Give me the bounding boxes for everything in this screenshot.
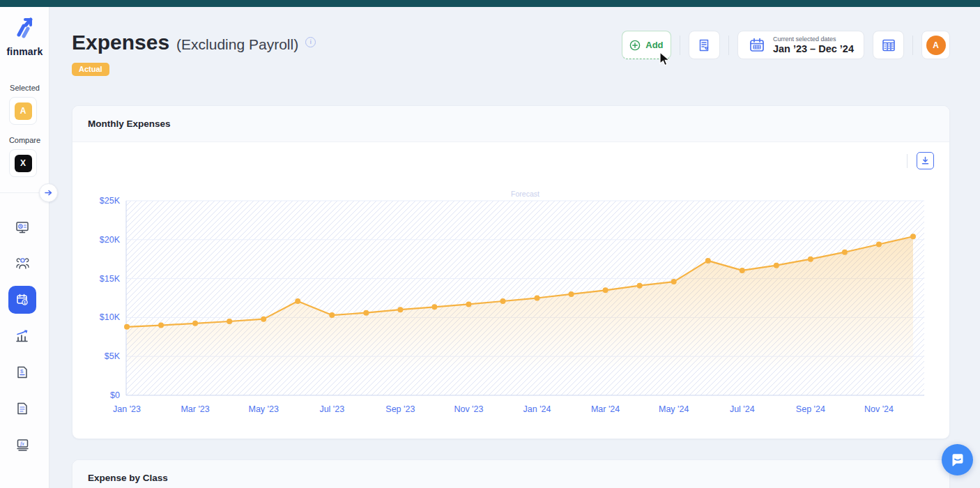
filter-lists-button[interactable] — [689, 31, 720, 59]
sidebar-item-expenses-active[interactable]: $ — [8, 286, 36, 314]
sidebar-expand-button[interactable] — [39, 183, 58, 202]
account-menu-button[interactable]: A — [921, 31, 950, 59]
date-range-caption: Current selected dates — [773, 36, 854, 43]
finmark-logo-icon — [13, 17, 37, 42]
filter-document-icon — [696, 38, 712, 53]
svg-text:Mar '23: Mar '23 — [181, 404, 209, 414]
monthly-expenses-title: Monthly Expenses — [88, 119, 171, 129]
selected-scenario-button[interactable]: A — [9, 97, 37, 125]
info-icon[interactable]: i — [305, 37, 316, 47]
expense-by-class-card: Expense by Class — [72, 459, 950, 488]
formula-board-icon: fx — [15, 437, 31, 452]
svg-text:May '24: May '24 — [659, 404, 689, 414]
chat-launcher-button[interactable] — [942, 444, 973, 475]
sidebar-item-revenue[interactable]: $ — [8, 358, 36, 386]
compare-label: Compare — [0, 136, 49, 144]
page-subtitle: (Excluding Payroll) — [176, 36, 298, 53]
add-button-label: Add — [645, 40, 663, 50]
svg-text:Sep '24: Sep '24 — [796, 404, 825, 414]
svg-text:$5K: $5K — [105, 351, 121, 361]
monthly-expenses-card: Monthly Expenses $0$5K$10K$15K$20K$25KFo… — [72, 105, 950, 439]
top-accent-bar — [0, 0, 980, 7]
compare-scenario-badge: X — [15, 155, 32, 172]
plus-circle-icon — [629, 40, 641, 51]
bar-chart-arrow-icon — [15, 328, 31, 344]
avatar: A — [926, 36, 946, 55]
svg-text:$15K: $15K — [100, 274, 121, 284]
sidebar-item-reports[interactable] — [8, 395, 36, 422]
svg-text:Nov '23: Nov '23 — [454, 404, 483, 414]
document-lines-icon — [15, 401, 30, 416]
scenario-badge: Actual — [72, 63, 109, 76]
svg-text:$25K: $25K — [100, 196, 121, 206]
arrow-right-icon — [44, 188, 53, 197]
monthly-expenses-chart[interactable]: $0$5K$10K$15K$20K$25KForecastJan '23Mar … — [72, 142, 950, 439]
add-button[interactable]: Add — [622, 31, 671, 59]
svg-text:Jan '24: Jan '24 — [523, 404, 551, 414]
svg-text:fx: fx — [20, 441, 24, 447]
svg-text:May '23: May '23 — [248, 404, 278, 414]
svg-text:$: $ — [20, 368, 24, 374]
svg-text:$0: $0 — [110, 390, 120, 400]
svg-text:Nov '24: Nov '24 — [864, 404, 894, 414]
toolbar-divider — [728, 36, 729, 55]
svg-text:Mar '24: Mar '24 — [591, 404, 620, 414]
table-view-button[interactable] — [873, 31, 904, 59]
table-columns-icon — [880, 37, 897, 54]
chat-bubble-icon — [950, 452, 965, 468]
toolbar: Add Current selected dates Jan ’23 – Dec… — [622, 31, 950, 59]
download-icon — [921, 156, 930, 165]
date-range-button[interactable]: Current selected dates Jan ’23 – Dec ’24 — [737, 31, 864, 59]
dashboard-monitor-icon — [15, 220, 30, 235]
sidebar-item-formulas[interactable]: fx — [8, 431, 36, 459]
brand-name: finmark — [0, 46, 49, 57]
svg-text:Jul '23: Jul '23 — [319, 404, 344, 414]
svg-text:$20K: $20K — [100, 235, 121, 245]
date-range-value: Jan ’23 – Dec ’24 — [773, 43, 854, 54]
sidebar-item-team[interactable] — [8, 250, 36, 277]
expense-by-class-title: Expense by Class — [88, 473, 168, 483]
sidebar: finmark Selected A Compare X — [0, 7, 49, 488]
toolbar-divider — [912, 36, 913, 55]
svg-text:Forecast: Forecast — [511, 190, 539, 198]
svg-text:$10K: $10K — [100, 312, 121, 322]
download-chart-button[interactable] — [917, 152, 934, 169]
brand-logo[interactable]: finmark — [0, 17, 49, 57]
sidebar-item-performance[interactable] — [8, 322, 36, 350]
selected-scenario-badge: A — [15, 102, 32, 120]
selected-label: Selected — [0, 84, 49, 92]
expenses-calendar-dollar-icon: $ — [14, 291, 31, 308]
svg-text:Sep '23: Sep '23 — [385, 404, 415, 414]
page-title: Expenses — [72, 31, 169, 54]
sidebar-item-dashboard[interactable] — [8, 213, 36, 241]
compare-scenario-button[interactable]: X — [9, 149, 37, 177]
page-header: Expenses (Excluding Payroll) i Actual — [72, 31, 316, 76]
svg-text:Jan '23: Jan '23 — [113, 404, 141, 414]
svg-text:Jul '24: Jul '24 — [730, 404, 755, 414]
document-dollar-icon: $ — [15, 365, 30, 380]
chart-actions — [907, 152, 934, 169]
calendar-icon — [748, 36, 766, 54]
team-people-icon — [15, 256, 31, 271]
toolbar-divider — [680, 36, 680, 55]
expense-by-class-card-header: Expense by Class — [72, 460, 949, 488]
monthly-expenses-card-header: Monthly Expenses — [72, 106, 949, 142]
chart-actions-divider — [907, 154, 908, 168]
